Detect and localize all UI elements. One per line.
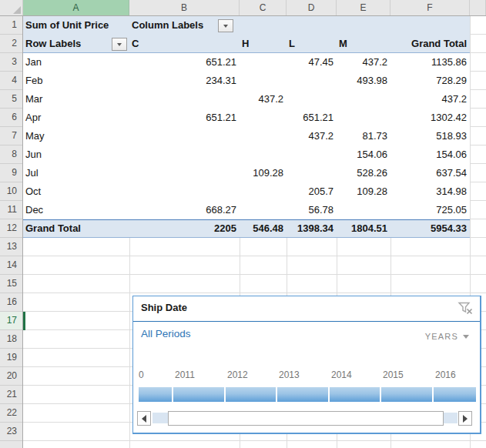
- pivot-cell[interactable]: 437.2: [287, 127, 337, 145]
- row-header-5[interactable]: 5: [0, 90, 22, 109]
- row-header-2[interactable]: 2: [0, 35, 22, 53]
- select-all-button[interactable]: [0, 0, 23, 15]
- row-header-22[interactable]: 22: [0, 404, 22, 423]
- pivot-grand-total-cell[interactable]: 1398.34: [287, 219, 337, 238]
- pivot-measure-label[interactable]: Sum of Unit Price: [25, 16, 109, 35]
- pivot-cell[interactable]: 493.98: [337, 72, 390, 90]
- pivot-column-header[interactable]: M: [339, 35, 347, 53]
- pivot-grand-total-cell[interactable]: 2205: [129, 219, 240, 238]
- pivot-cell[interactable]: 725.05: [390, 201, 470, 219]
- pivot-cell[interactable]: 314.98: [390, 182, 470, 201]
- timeline-tick-label: 0: [139, 369, 144, 380]
- pivot-cell[interactable]: 728.29: [390, 72, 470, 90]
- row-labels-filter-button[interactable]: [112, 38, 127, 51]
- column-header-C[interactable]: C: [240, 0, 287, 15]
- clear-filter-icon[interactable]: [457, 300, 474, 316]
- row-header-8[interactable]: 8: [0, 145, 22, 164]
- pivot-row-label[interactable]: Jul: [25, 164, 39, 182]
- pivot-cell[interactable]: 437.2: [390, 90, 470, 109]
- row-header-15[interactable]: 15: [0, 275, 22, 293]
- pivot-cell[interactable]: 1302.42: [390, 109, 470, 127]
- pivot-cell[interactable]: 81.73: [337, 127, 390, 145]
- column-header-partial[interactable]: [470, 0, 486, 15]
- row-header-13[interactable]: 13: [0, 238, 22, 256]
- row-header-11[interactable]: 11: [0, 201, 22, 219]
- row-header-14[interactable]: 14: [0, 256, 22, 275]
- pivot-row-label[interactable]: Dec: [25, 201, 43, 219]
- pivot-grand-total-label[interactable]: Grand Total: [25, 219, 81, 238]
- scroll-left-button[interactable]: [137, 411, 151, 426]
- band-separator: [380, 387, 381, 402]
- pivot-cell[interactable]: 651.21: [129, 53, 240, 72]
- pivot-row-field-label[interactable]: Row Labels: [25, 35, 81, 53]
- row-header-6[interactable]: 6: [0, 109, 22, 127]
- scrollbar-track-right[interactable]: [444, 413, 458, 423]
- column-header-D[interactable]: D: [287, 0, 337, 15]
- timeline-scrollbar[interactable]: [137, 411, 472, 426]
- column-header-F[interactable]: F: [390, 0, 470, 15]
- pivot-column-header[interactable]: Grand Total: [390, 35, 470, 53]
- timeline-slicer[interactable]: Ship Date All Periods YEARS 020112012201…: [132, 296, 481, 434]
- pivot-grand-total-cell[interactable]: 5954.33: [390, 219, 470, 238]
- row-header-3[interactable]: 3: [0, 53, 22, 72]
- row-header-1[interactable]: 1: [0, 16, 22, 35]
- pivot-cell[interactable]: 668.27: [129, 201, 240, 219]
- pivot-cell[interactable]: 528.26: [337, 164, 390, 182]
- row-header-7[interactable]: 7: [0, 127, 22, 145]
- row-header-17[interactable]: 17: [0, 312, 22, 330]
- pivot-cell[interactable]: 154.06: [390, 145, 470, 164]
- pivot-cell[interactable]: 637.54: [390, 164, 470, 182]
- pivot-cell[interactable]: 518.93: [390, 127, 470, 145]
- pivot-cell[interactable]: 154.06: [337, 145, 390, 164]
- pivot-row-label[interactable]: Apr: [25, 109, 41, 127]
- pivot-cell[interactable]: 109.28: [337, 182, 390, 201]
- timeline-period-dropdown[interactable]: YEARS: [425, 332, 469, 341]
- pivot-cell[interactable]: 437.2: [337, 53, 390, 72]
- pivot-cell[interactable]: 234.31: [129, 72, 240, 90]
- row-header-12[interactable]: 12: [0, 219, 22, 238]
- scrollbar-track-left[interactable]: [153, 413, 168, 423]
- row-header-23[interactable]: 23: [0, 423, 22, 441]
- pivot-column-header[interactable]: C: [132, 35, 139, 53]
- pivot-column-header[interactable]: H: [242, 35, 249, 53]
- select-all-triangle-icon: [13, 6, 21, 14]
- pivot-grand-total-cell[interactable]: 1804.51: [337, 219, 390, 238]
- pivot-cell[interactable]: 47.45: [287, 53, 337, 72]
- column-header-strip: ABCDEF: [0, 0, 486, 16]
- timeline-tick-label: 2014: [331, 369, 352, 380]
- pivot-cell[interactable]: 651.21: [287, 109, 337, 127]
- pivot-row-label[interactable]: Jan: [25, 53, 42, 72]
- active-cell-marker: [23, 312, 25, 330]
- scroll-right-icon: [463, 415, 468, 423]
- row-header-16[interactable]: 16: [0, 293, 22, 312]
- pivot-column-header[interactable]: L: [289, 35, 295, 53]
- row-header-4[interactable]: 4: [0, 72, 22, 90]
- pivot-row-label[interactable]: Mar: [25, 90, 42, 109]
- pivot-row-label[interactable]: May: [25, 127, 45, 145]
- pivot-cell[interactable]: 56.78: [287, 201, 337, 219]
- column-header-A[interactable]: A: [23, 0, 129, 15]
- pivot-grand-total-cell[interactable]: 546.48: [240, 219, 287, 238]
- pivot-cell[interactable]: 109.28: [240, 164, 287, 182]
- pivot-row-label[interactable]: Feb: [25, 72, 42, 90]
- row-header-18[interactable]: 18: [0, 330, 22, 349]
- column-header-E[interactable]: E: [337, 0, 390, 15]
- column-header-B[interactable]: B: [129, 0, 240, 15]
- row-header-21[interactable]: 21: [0, 386, 22, 404]
- column-labels-filter-button[interactable]: [218, 19, 233, 32]
- scrollbar-thumb[interactable]: [168, 411, 444, 426]
- pivot-cell[interactable]: 1135.86: [390, 53, 470, 72]
- row-header-19[interactable]: 19: [0, 349, 22, 367]
- pivot-cell[interactable]: 205.7: [287, 182, 337, 201]
- pivot-cell[interactable]: 437.2: [240, 90, 287, 109]
- row-header-9[interactable]: 9: [0, 164, 22, 182]
- scroll-right-button[interactable]: [458, 411, 472, 426]
- row-header-20[interactable]: 20: [0, 367, 22, 386]
- pivot-cell[interactable]: 651.21: [129, 109, 240, 127]
- filter-dropdown-icon: [223, 25, 228, 28]
- row-header-10[interactable]: 10: [0, 182, 22, 201]
- pivot-row-label[interactable]: Oct: [25, 182, 41, 201]
- pivot-row-label[interactable]: Jun: [25, 145, 42, 164]
- pivot-column-field-label[interactable]: Column Labels: [132, 16, 203, 35]
- timeline-selection-band[interactable]: [139, 387, 476, 402]
